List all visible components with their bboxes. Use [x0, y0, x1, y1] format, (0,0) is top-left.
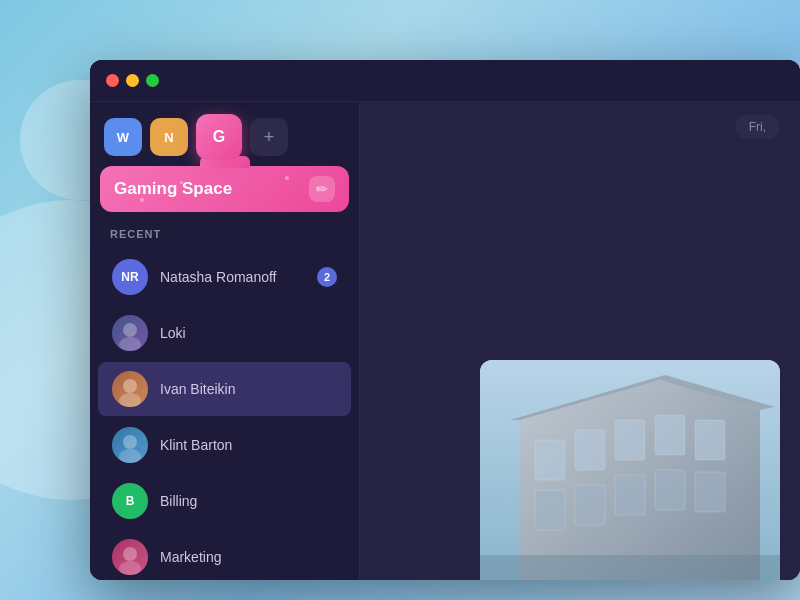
- pencil-icon: ✏: [316, 181, 328, 197]
- workspace-tabs: W N G +: [90, 102, 359, 160]
- svg-point-2: [123, 379, 137, 393]
- svg-rect-21: [695, 472, 725, 512]
- avatar-ivan: [112, 371, 148, 407]
- contact-item-loki[interactable]: Loki: [98, 306, 351, 360]
- workspace-tab-g-label: G: [213, 128, 225, 146]
- contact-name-klint: Klint Barton: [160, 437, 337, 453]
- active-space-name: Gaming Space: [114, 179, 232, 199]
- svg-rect-18: [575, 485, 605, 525]
- edit-space-button[interactable]: ✏: [309, 176, 335, 202]
- avatar-ivan-svg: [112, 371, 148, 407]
- main-content: Ivan Fri,: [360, 60, 800, 580]
- svg-point-0: [123, 323, 137, 337]
- workspace-tab-w[interactable]: W: [104, 118, 142, 156]
- contact-item-natasha[interactable]: NR Natasha Romanoff 2: [98, 250, 351, 304]
- svg-point-3: [119, 393, 141, 407]
- badge-natasha: 2: [317, 267, 337, 287]
- svg-rect-17: [535, 490, 565, 530]
- contact-name-billing: Billing: [160, 493, 337, 509]
- main-image-area: [360, 102, 800, 580]
- minimize-button[interactable]: [126, 74, 139, 87]
- workspace-tab-w-label: W: [117, 130, 129, 145]
- avatar-loki: [112, 315, 148, 351]
- building-illustration: [480, 360, 780, 580]
- svg-rect-12: [535, 440, 565, 480]
- building-image-card: [480, 360, 780, 580]
- dot-decoration-3: [180, 181, 183, 184]
- avatar-klint-svg: [112, 427, 148, 463]
- svg-rect-22: [480, 555, 780, 580]
- svg-point-4: [123, 435, 137, 449]
- title-bar: [90, 60, 800, 102]
- svg-point-5: [119, 449, 141, 463]
- contact-name-ivan: Ivan Biteikin: [160, 381, 337, 397]
- contact-name-marketing: Marketing: [160, 549, 337, 565]
- contact-name-loki: Loki: [160, 325, 337, 341]
- contact-item-marketing[interactable]: Marketing: [98, 530, 351, 580]
- avatar-klint: [112, 427, 148, 463]
- avatar-loki-svg: [112, 315, 148, 351]
- app-window: W N G + Gaming Space ✏ RECENT: [90, 60, 800, 580]
- avatar-marketing-svg: [112, 539, 148, 575]
- svg-rect-20: [655, 470, 685, 510]
- contact-name-natasha: Natasha Romanoff: [160, 269, 305, 285]
- dot-decoration-1: [285, 176, 289, 180]
- svg-rect-15: [655, 415, 685, 455]
- maximize-button[interactable]: [146, 74, 159, 87]
- workspace-tab-add[interactable]: +: [250, 118, 288, 156]
- sidebar: W N G + Gaming Space ✏ RECENT: [90, 60, 360, 580]
- contact-item-klint[interactable]: Klint Barton: [98, 418, 351, 472]
- contact-item-ivan[interactable]: Ivan Biteikin: [98, 362, 351, 416]
- window-controls: [106, 74, 159, 87]
- active-space[interactable]: Gaming Space ✏: [100, 166, 349, 212]
- close-button[interactable]: [106, 74, 119, 87]
- svg-rect-13: [575, 430, 605, 470]
- workspace-tab-n-label: N: [164, 130, 173, 145]
- dot-decoration-2: [140, 198, 144, 202]
- workspace-tab-g[interactable]: G: [196, 114, 242, 160]
- svg-point-7: [119, 561, 141, 575]
- avatar-billing: B: [112, 483, 148, 519]
- workspace-tab-n[interactable]: N: [150, 118, 188, 156]
- workspace-tab-add-label: +: [264, 127, 275, 148]
- recent-label: RECENT: [90, 212, 359, 248]
- svg-rect-16: [695, 420, 725, 460]
- svg-rect-19: [615, 475, 645, 515]
- svg-point-1: [119, 337, 141, 351]
- contact-list: NR Natasha Romanoff 2 Loki: [90, 248, 359, 580]
- svg-point-6: [123, 547, 137, 561]
- contact-item-billing[interactable]: B Billing: [98, 474, 351, 528]
- svg-rect-14: [615, 420, 645, 460]
- avatar-natasha: NR: [112, 259, 148, 295]
- avatar-marketing: [112, 539, 148, 575]
